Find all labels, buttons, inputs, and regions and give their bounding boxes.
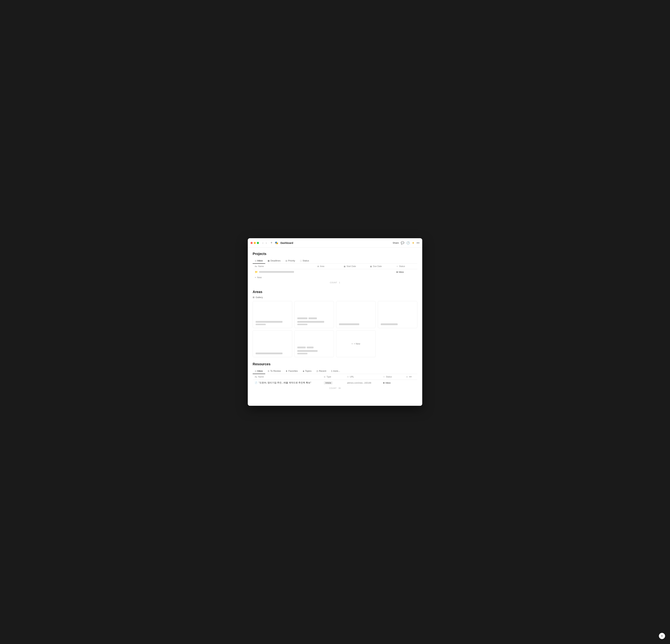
card-title-blurred xyxy=(256,321,282,323)
status-col-icon: ✧ xyxy=(397,265,398,267)
project-name-cell: 📁 xyxy=(253,269,315,275)
res-type-label: Type xyxy=(326,376,331,378)
add-column-button[interactable]: + xyxy=(406,376,407,378)
area-card-5[interactable] xyxy=(253,330,292,357)
tab-deadlines[interactable]: ▦ Deadlines xyxy=(265,258,283,264)
comment-icon[interactable]: 💬 xyxy=(401,241,404,245)
titlebar-actions: Share 💬 🕐 ★ ••• xyxy=(392,241,419,245)
card-content xyxy=(256,304,289,325)
gallery-header[interactable]: ⊞ Gallery xyxy=(253,296,417,299)
close-button[interactable] xyxy=(251,242,253,244)
inbox-tab-icon: □ xyxy=(255,260,256,262)
resource-row[interactable]: 📄 "오픈AI, 영리기업 추진...애플 계약으로 추진력 확보" Artic… xyxy=(253,380,417,386)
gallery-icon: ⊞ xyxy=(253,296,255,299)
maximize-button[interactable] xyxy=(257,242,259,244)
back-button[interactable]: ‹ xyxy=(262,241,264,245)
tab-status[interactable]: ◌ Status xyxy=(297,258,311,264)
share-button[interactable]: Share xyxy=(392,241,399,244)
resources-tab-more[interactable]: 1 more... xyxy=(329,368,343,374)
res-count-value: 36 xyxy=(338,387,341,389)
table-row[interactable]: 📁 Inbox xyxy=(253,269,417,275)
res-name-cell: 📄 "오픈AI, 영리기업 추진...애플 계약으로 추진력 확보" xyxy=(253,380,322,386)
status-badge: Inbox xyxy=(397,271,404,273)
star-icon[interactable]: ★ xyxy=(412,241,414,245)
card-tag1 xyxy=(297,346,306,349)
card-title-blurred xyxy=(381,324,398,325)
card-sub-blurred xyxy=(256,324,266,325)
project-status-cell: Inbox xyxy=(394,269,417,275)
doc-icon: 📄 xyxy=(255,382,257,384)
res-status-badge: Inbox xyxy=(383,382,390,384)
area-card-1[interactable] xyxy=(253,301,292,328)
card-title-blurred xyxy=(256,353,282,354)
res-topics-icon: ◈ xyxy=(303,370,304,372)
resources-tab-topics[interactable]: ◈ Topics xyxy=(300,368,314,374)
card-sub-blurred xyxy=(297,324,307,325)
window-title: Dashboard xyxy=(280,241,293,244)
resources-tab-review[interactable]: ⊙ To Review xyxy=(265,368,283,374)
more-icon[interactable]: ••• xyxy=(416,241,419,245)
res-inbox-label: Inbox xyxy=(257,370,263,372)
res-fav-label: Favorites xyxy=(289,370,298,372)
res-name-icon: Aa xyxy=(255,376,257,378)
res-type-icon: ⊙ xyxy=(324,376,325,378)
res-status-dot xyxy=(383,382,385,384)
col-header-area: ⊞ Area xyxy=(315,264,341,269)
res-col-name: Aa Name xyxy=(253,374,322,380)
area-card-3[interactable] xyxy=(336,301,376,328)
area-card-2[interactable] xyxy=(294,301,334,328)
card-content xyxy=(339,304,373,325)
resources-tab-recent[interactable]: ◷ Recent xyxy=(314,368,329,374)
resources-tabs: □ Inbox ⊙ To Review ★ Favorites ◈ Topics… xyxy=(253,368,417,374)
start-col-label: Start Date xyxy=(347,265,356,267)
gallery-label: Gallery xyxy=(256,296,263,299)
table-action-buttons: + ••• xyxy=(406,376,415,378)
name-col-label: Name xyxy=(258,265,264,267)
more-options-button[interactable]: ••• xyxy=(409,376,412,378)
status-dot xyxy=(397,272,398,273)
projects-count: COUNT 1 xyxy=(253,280,417,285)
folder-icon: 📁 xyxy=(255,271,258,273)
res-status-cell: Inbox xyxy=(381,380,404,386)
deadlines-tab-label: Deadlines xyxy=(270,259,281,262)
card-sub-blurred xyxy=(297,353,307,354)
resources-tab-inbox[interactable]: □ Inbox xyxy=(253,368,265,374)
tab-priority[interactable]: ◎ Priority xyxy=(283,258,297,264)
projects-tabs: □ Inbox ▦ Deadlines ◎ Priority ◌ Status xyxy=(253,258,417,264)
project-area-cell xyxy=(315,269,341,275)
res-col-status: ✧ Status xyxy=(381,374,404,380)
titlebar: ‹ › + 🎭 Dashboard Share 💬 🕐 ★ ••• xyxy=(248,238,422,248)
content-area: Projects □ Inbox ▦ Deadlines ◎ Priority … xyxy=(248,248,422,406)
res-topics-label: Topics xyxy=(305,370,312,372)
resources-section: Resources □ Inbox ⊙ To Review ★ Favorite… xyxy=(253,362,417,391)
new-tab-button[interactable]: + xyxy=(270,241,273,245)
resources-count: COUNT 36 xyxy=(253,386,417,391)
card-content xyxy=(297,304,331,325)
areas-section: Areas ⊞ Gallery xyxy=(253,290,417,357)
resources-tab-favorites[interactable]: ★ Favorites xyxy=(283,368,300,374)
projects-new-row[interactable]: + New xyxy=(253,275,417,280)
area-col-icon: ⊞ xyxy=(317,265,319,267)
priority-tab-label: Priority xyxy=(288,259,295,262)
project-start-cell xyxy=(341,269,368,275)
nav-buttons: ‹ › xyxy=(262,241,267,245)
forward-button[interactable]: › xyxy=(265,241,267,245)
tab-inbox[interactable]: □ Inbox xyxy=(253,258,265,264)
count-value: 1 xyxy=(339,281,340,284)
area-card-4[interactable] xyxy=(378,301,417,328)
new-row-plus: + xyxy=(255,276,256,279)
area-new-card[interactable]: + + New xyxy=(336,330,376,357)
card-tag1 xyxy=(297,317,307,319)
history-icon[interactable]: 🕐 xyxy=(406,241,410,245)
res-recent-icon: ◷ xyxy=(316,370,318,372)
gallery-grid: + + New xyxy=(253,301,417,357)
minimize-button[interactable] xyxy=(254,242,256,244)
projects-table: Aa Name ⊞ Area ▦ Start Date ▦ xyxy=(253,264,417,275)
status-tab-icon: ◌ xyxy=(300,260,302,262)
res-recent-label: Recent xyxy=(319,370,326,372)
inbox-tab-label: Inbox xyxy=(257,259,263,262)
areas-title: Areas xyxy=(253,290,417,294)
area-card-6[interactable] xyxy=(294,330,334,357)
res-col-actions: + ••• xyxy=(404,374,417,380)
res-review-icon: ⊙ xyxy=(268,370,269,372)
